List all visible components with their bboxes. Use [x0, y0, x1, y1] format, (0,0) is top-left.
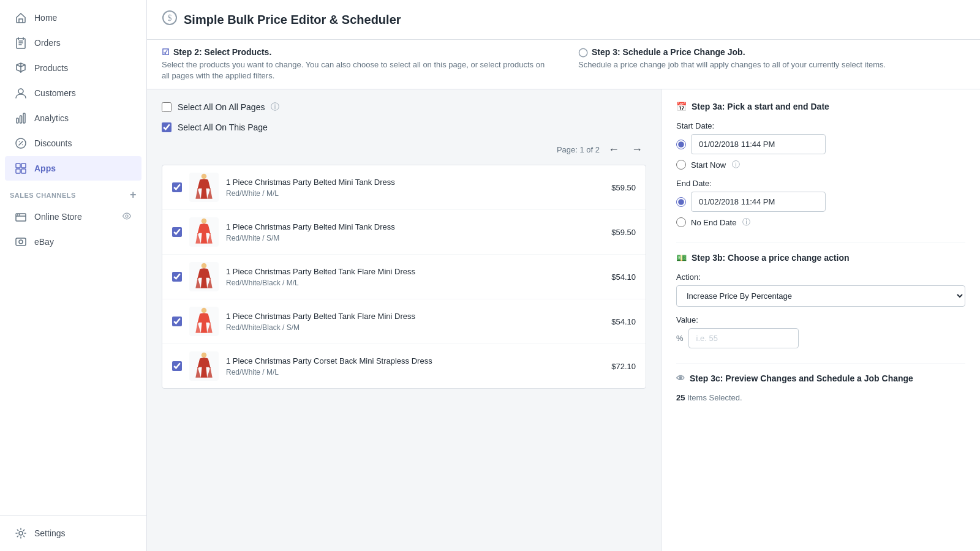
start-date-radio-option	[676, 134, 965, 154]
prev-page-button[interactable]: ←	[605, 142, 623, 157]
percent-symbol: %	[676, 334, 684, 343]
product-variant: Red/White / M/L	[226, 368, 604, 377]
sidebar-item-ebay[interactable]: eBay	[5, 230, 141, 254]
svg-rect-6	[16, 163, 20, 168]
sidebar-bottom: Settings	[0, 515, 146, 551]
next-page-button[interactable]: →	[628, 142, 646, 157]
start-now-label[interactable]: Start Now	[691, 160, 726, 170]
pagination: Page: 1 of 2 ← →	[162, 142, 646, 157]
end-date-radio[interactable]	[676, 197, 686, 207]
items-selected-label: Items Selected.	[687, 393, 742, 402]
product-variant: Red/White/Black / S/M	[226, 323, 604, 332]
sidebar: Home Orders Products	[0, 0, 147, 551]
svg-rect-8	[16, 169, 20, 173]
ebay-icon	[15, 236, 27, 248]
home-icon	[15, 12, 27, 24]
sidebar-item-online-store[interactable]: Online Store	[5, 204, 141, 229]
no-end-date-label[interactable]: No End Date	[691, 218, 736, 227]
settings-icon	[15, 527, 27, 539]
start-now-info-icon[interactable]: ⓘ	[732, 159, 740, 170]
svg-point-31	[202, 353, 207, 358]
product-info: 1 Piece Christmas Party Belted Mini Tank…	[226, 222, 604, 242]
step2-desc: Select the products you want to change. …	[162, 59, 549, 81]
start-date-input[interactable]	[691, 134, 826, 154]
svg-rect-2	[17, 118, 18, 123]
sidebar-item-apps-label: Apps	[34, 163, 56, 173]
money-icon: 💵	[676, 253, 687, 263]
select-all-page-checkbox[interactable]	[162, 122, 172, 132]
product-image	[189, 217, 219, 247]
svg-point-19	[202, 174, 207, 179]
select-all-pages-row[interactable]: Select All On All Pages ⓘ	[162, 102, 646, 113]
no-end-date-radio[interactable]	[676, 217, 686, 227]
product-price: $59.50	[611, 228, 636, 237]
sidebar-item-orders[interactable]: Orders	[5, 31, 141, 55]
calendar-icon: 📅	[676, 102, 687, 111]
svg-point-25	[202, 263, 207, 269]
page-title: Simple Bulk Price Editor & Scheduler	[184, 13, 401, 27]
product-image	[189, 173, 219, 202]
product-name: 1 Piece Christmas Party Belted Mini Tank…	[226, 178, 604, 188]
sidebar-item-ebay-label: eBay	[34, 237, 54, 247]
action-select[interactable]: Increase Price By PercentageDecrease Pri…	[676, 285, 965, 307]
product-image	[189, 307, 219, 336]
pagination-text: Page: 1 of 2	[557, 145, 600, 154]
product-checkbox[interactable]	[172, 182, 182, 192]
product-name: 1 Piece Christmas Party Corset Back Mini…	[226, 356, 604, 367]
step2-title: ☑ Step 2: Select Products.	[162, 47, 549, 57]
add-channel-icon[interactable]: +	[130, 189, 137, 201]
customers-icon	[15, 87, 27, 99]
sidebar-item-analytics[interactable]: Analytics	[5, 106, 141, 130]
no-end-date-info-icon[interactable]: ⓘ	[742, 217, 750, 228]
start-now-radio[interactable]	[676, 160, 686, 170]
main-area: $ Simple Bulk Price Editor & Scheduler ☑…	[147, 0, 980, 551]
product-checkbox[interactable]	[172, 227, 182, 237]
sales-channels-section: Sales Channels +	[0, 181, 146, 204]
end-date-input[interactable]	[691, 192, 826, 212]
svg-point-12	[19, 214, 20, 216]
online-store-visibility-icon[interactable]	[122, 211, 132, 223]
value-input[interactable]	[688, 328, 799, 348]
value-input-row: %	[676, 328, 965, 348]
svg-point-11	[17, 214, 18, 216]
step3-section: ◯ Step 3: Schedule a Price Change Job. S…	[578, 47, 965, 70]
sidebar-item-customers[interactable]: Customers	[5, 81, 141, 105]
step3c-section: 👁 Step 3c: Preview Changes and Schedule …	[676, 373, 965, 402]
sidebar-item-products[interactable]: Products	[5, 56, 141, 80]
step3-clock-icon: ◯	[578, 47, 588, 57]
product-price: $72.10	[611, 362, 636, 371]
items-selected: 25 Items Selected.	[676, 393, 965, 402]
items-count: 25	[676, 393, 685, 402]
sidebar-item-discounts[interactable]: Discounts	[5, 131, 141, 156]
action-label: Action:	[676, 272, 965, 282]
product-checkbox[interactable]	[172, 317, 182, 326]
all-pages-info-icon[interactable]: ⓘ	[271, 102, 279, 113]
select-all-pages-checkbox[interactable]	[162, 102, 172, 112]
step3-title: ◯ Step 3: Schedule a Price Change Job.	[578, 47, 965, 57]
sidebar-item-customers-label: Customers	[34, 88, 76, 98]
select-all-pages-label[interactable]: Select All On All Pages	[178, 102, 265, 112]
product-info: 1 Piece Christmas Party Belted Tank Flar…	[226, 312, 604, 332]
sales-channels-label: Sales Channels	[10, 192, 76, 199]
step3b-title: 💵 Step 3b: Choose a price change action	[676, 253, 965, 263]
product-checkbox[interactable]	[172, 272, 182, 282]
step3b-section: 💵 Step 3b: Choose a price change action …	[676, 253, 965, 348]
no-end-date-option: No End Date ⓘ	[676, 217, 965, 228]
svg-point-16	[19, 531, 23, 535]
analytics-icon	[15, 112, 27, 124]
product-checkbox[interactable]	[172, 361, 182, 371]
sidebar-item-apps[interactable]: Apps	[5, 156, 141, 181]
sidebar-item-settings[interactable]: Settings	[5, 521, 141, 545]
select-all-page-label[interactable]: Select All On This Page	[178, 122, 268, 132]
start-date-radio[interactable]	[676, 140, 686, 149]
product-name: 1 Piece Christmas Party Belted Tank Flar…	[226, 312, 604, 322]
product-list: 1 Piece Christmas Party Belted Mini Tank…	[162, 165, 646, 389]
step3c-title: 👁 Step 3c: Preview Changes and Schedule …	[676, 373, 965, 383]
select-all-page-row[interactable]: Select All On This Page	[162, 122, 646, 132]
sidebar-item-home[interactable]: Home	[5, 6, 141, 30]
svg-point-1	[18, 89, 23, 94]
online-store-icon	[15, 211, 27, 223]
svg-rect-7	[21, 163, 26, 168]
product-info: 1 Piece Christmas Party Belted Mini Tank…	[226, 178, 604, 198]
action-field: Action: Increase Price By PercentageDecr…	[676, 272, 965, 307]
